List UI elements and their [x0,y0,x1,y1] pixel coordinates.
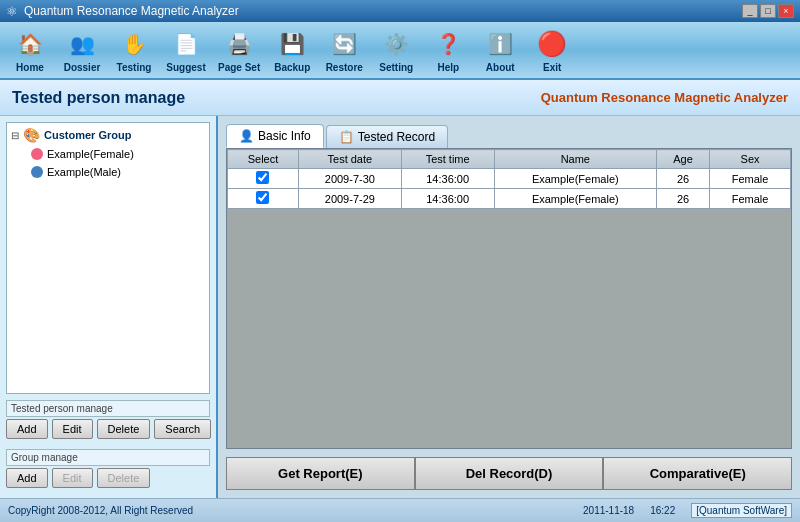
toolbar-exit[interactable]: 🔴 Exit [530,26,574,75]
action-bar: Get Report(E) Del Record(D) Comparative(… [226,457,792,490]
table-row: 2009-7-29 14:36:00 Example(Female) 26 Fe… [228,189,791,209]
cell-select-0[interactable] [228,169,299,189]
home-icon: 🏠 [14,28,46,60]
tested-search-button[interactable]: Search [154,419,211,439]
tested-edit-button[interactable]: Edit [52,419,93,439]
tab-basic-info[interactable]: 👤 Basic Info [226,124,324,148]
maximize-button[interactable]: □ [760,4,776,18]
software-label: [Quantum SoftWare] [691,503,792,518]
page-title: Tested person manage [12,89,185,107]
toolbar-testing[interactable]: ✋ Testing [112,26,156,75]
tested-add-button[interactable]: Add [6,419,48,439]
toolbar-suggest[interactable]: 📄 Suggest [164,26,208,75]
tree-root[interactable]: ⊟ 🎨 Customer Group [11,127,205,143]
toolbar-pageset[interactable]: 🖨️ Page Set [216,26,262,75]
status-bar: CopyRight 2008-2012, All Right Reserved … [0,498,800,522]
main-content: ⊟ 🎨 Customer Group Example(Female) Examp… [0,116,800,498]
cell-name-1: Example(Female) [494,189,656,209]
toolbar-help[interactable]: ❓ Help [426,26,470,75]
toolbar-home[interactable]: 🏠 Home [8,26,52,75]
col-sex: Sex [710,150,791,169]
status-time: 16:22 [642,505,683,516]
basic-info-tab-label: Basic Info [258,129,311,143]
tree-root-label: Customer Group [44,129,131,141]
cell-age-1: 26 [657,189,710,209]
copyright-text: CopyRight 2008-2012, All Right Reserved [8,505,575,516]
tab-tested-record[interactable]: 📋 Tested Record [326,125,448,148]
cell-testdate-0: 2009-7-30 [298,169,401,189]
toolbar-about[interactable]: ℹ️ About [478,26,522,75]
group-manage-buttons: Add Edit Delete [6,468,210,488]
title-bar-controls: _ □ × [742,4,794,18]
get-report-button[interactable]: Get Report(E) [226,457,415,490]
male-icon [31,166,43,178]
row-checkbox-0[interactable] [256,171,269,184]
cell-testdate-1: 2009-7-29 [298,189,401,209]
row-checkbox-1[interactable] [256,191,269,204]
cell-select-1[interactable] [228,189,299,209]
page-title-bar: Tested person manage Quantum Resonance M… [0,80,800,116]
tested-record-tab-icon: 📋 [339,130,354,144]
tested-delete-button[interactable]: Delete [97,419,151,439]
cell-age-0: 26 [657,169,710,189]
female-icon [31,148,43,160]
tree-children: Example(Female) Example(Male) [11,147,205,179]
toolbar-dossier[interactable]: 👥 Dossier [60,26,104,75]
dossier-icon: 👥 [66,28,98,60]
minimize-button[interactable]: _ [742,4,758,18]
status-date: 2011-11-18 [583,505,634,516]
col-name: Name [494,150,656,169]
title-bar-icon: ⚛ [6,4,18,19]
basic-info-tab-icon: 👤 [239,129,254,143]
table-header-row: Select Test date Test time Name Age Sex [228,150,791,169]
toolbar: 🏠 Home 👥 Dossier ✋ Testing 📄 Suggest 🖨️ … [0,22,800,80]
toolbar-backup[interactable]: 💾 Backup [270,26,314,75]
backup-icon: 💾 [276,28,308,60]
tree-expand-icon: ⊟ [11,130,19,141]
about-icon: ℹ️ [484,28,516,60]
group-add-button[interactable]: Add [6,468,48,488]
cell-sex-0: Female [710,169,791,189]
del-record-button[interactable]: Del Record(D) [415,457,604,490]
cell-name-0: Example(Female) [494,169,656,189]
exit-icon: 🔴 [536,28,568,60]
records-table-container: Select Test date Test time Name Age Sex … [226,148,792,449]
comparative-button[interactable]: Comparative(E) [603,457,792,490]
toolbar-restore[interactable]: 🔄 Restore [322,26,366,75]
col-select: Select [228,150,299,169]
female-label: Example(Female) [47,148,134,160]
group-manage-label: Group manage [6,449,210,466]
tested-record-tab-label: Tested Record [358,130,435,144]
cell-testtime-1: 14:36:00 [401,189,494,209]
close-button[interactable]: × [778,4,794,18]
toolbar-setting[interactable]: ⚙️ Setting [374,26,418,75]
tab-bar: 👤 Basic Info 📋 Tested Record [226,124,792,148]
help-icon: ❓ [432,28,464,60]
col-age: Age [657,150,710,169]
tested-person-manage-label: Tested person manage [6,400,210,417]
records-table: Select Test date Test time Name Age Sex … [227,149,791,209]
cell-sex-1: Female [710,189,791,209]
restore-icon: 🔄 [328,28,360,60]
testing-icon: ✋ [118,28,150,60]
tree-item-female[interactable]: Example(Female) [31,147,205,161]
customer-tree: ⊟ 🎨 Customer Group Example(Female) Examp… [6,122,210,394]
tree-item-male[interactable]: Example(Male) [31,165,205,179]
pageset-icon: 🖨️ [223,28,255,60]
male-label: Example(Male) [47,166,121,178]
left-panel: ⊟ 🎨 Customer Group Example(Female) Examp… [0,116,218,498]
group-delete-button[interactable]: Delete [97,468,151,488]
group-edit-button[interactable]: Edit [52,468,93,488]
col-testtime: Test time [401,150,494,169]
group-icon: 🎨 [23,127,40,143]
col-testdate: Test date [298,150,401,169]
table-row: 2009-7-30 14:36:00 Example(Female) 26 Fe… [228,169,791,189]
suggest-icon: 📄 [170,28,202,60]
setting-icon: ⚙️ [380,28,412,60]
cell-testtime-0: 14:36:00 [401,169,494,189]
title-bar: ⚛ Quantum Resonance Magnetic Analyzer _ … [0,0,800,22]
title-bar-text: Quantum Resonance Magnetic Analyzer [24,4,239,18]
right-panel: 👤 Basic Info 📋 Tested Record Select Test… [218,116,800,498]
page-subtitle: Quantum Resonance Magnetic Analyzer [541,90,788,105]
tested-person-buttons: Add Edit Delete Search [6,419,210,439]
